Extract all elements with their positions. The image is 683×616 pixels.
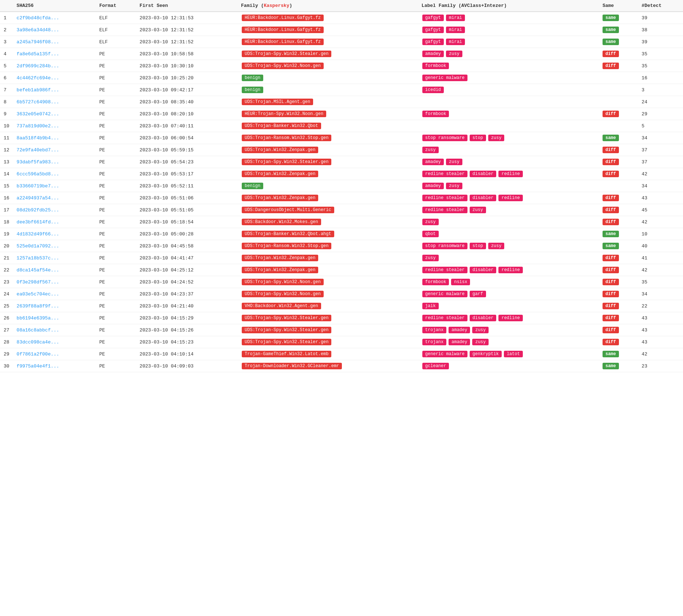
sha256-value[interactable]: befeb1ab986f... (13, 84, 96, 96)
kaspersky-family: UDS:Trojan-Spy.Win32.Stealer.gen (237, 324, 418, 336)
sha256-value[interactable]: dee3bf6614fd... (13, 216, 96, 228)
same-badge: diff (599, 108, 638, 120)
same-badge: diff (599, 300, 638, 312)
sha256-value[interactable]: 2df9699c284b... (13, 60, 96, 72)
table-row: 18dee3bf6614fd...PE2023-03-10 05:18:54UD… (0, 216, 683, 228)
label-family: generic malware (418, 72, 599, 84)
same-badge: diff (599, 48, 638, 60)
table-row: 20525e0d1a7092...PE2023-03-10 04:45:58UD… (0, 240, 683, 252)
label-family: zusy (418, 252, 599, 264)
file-format: PE (96, 324, 136, 336)
label-family: formbook (418, 108, 599, 120)
same-badge: diff (599, 264, 638, 276)
first-seen: 2023-03-10 05:59:15 (136, 144, 237, 156)
sha256-value[interactable]: ea03e5c704ec... (13, 288, 96, 300)
label-tag: disabler (470, 315, 497, 321)
kaspersky-family: UDS:Trojan-Spy.Win32.Stealer.gen (237, 312, 418, 324)
detect-count: 43 (638, 336, 683, 348)
sha256-value[interactable]: 93dabf5fa983... (13, 156, 96, 168)
first-seen: 2023-03-10 05:52:11 (136, 180, 237, 192)
sha256-value[interactable]: 08a16c8abbcf... (13, 324, 96, 336)
detect-count: 39 (638, 36, 683, 48)
diff-indicator: diff (603, 255, 619, 261)
same-badge: diff (599, 336, 638, 348)
kaspersky-family: UDS:Trojan.Win32.Zenpak.gen (237, 144, 418, 156)
kaspersky-tag: HEUR:Backdoor.Linux.Gafgyt.fz (242, 39, 324, 45)
sha256-value[interactable]: 6b5727c64908... (13, 96, 96, 108)
sha256-value[interactable]: b33660719be7... (13, 180, 96, 192)
sha256-value[interactable]: 0f7861a2f00e... (13, 348, 96, 360)
sha256-value[interactable]: d8ca145af54e... (13, 264, 96, 276)
label-tag: generic malware (422, 291, 467, 297)
first-seen: 2023-03-10 08:20:10 (136, 108, 237, 120)
file-format: PE (96, 192, 136, 204)
file-format: PE (96, 120, 136, 132)
row-number: 27 (0, 324, 13, 336)
sha256-value[interactable]: c2f9bd48cfda... (13, 12, 96, 24)
file-format: PE (96, 300, 136, 312)
detect-count: 42 (638, 348, 683, 360)
kaspersky-tag: UDS:Trojan.MSIL.Agent.gen (242, 99, 313, 105)
sha256-value[interactable]: f9975a04e4f1... (13, 360, 96, 372)
same-badge: diff (599, 168, 638, 180)
same-badge: same (599, 240, 638, 252)
sha256-value[interactable]: 83dcc098ca4e... (13, 336, 96, 348)
row-number: 11 (0, 132, 13, 144)
label-tag: redline (498, 171, 522, 177)
sha256-value[interactable]: 737a819d00e2... (13, 120, 96, 132)
detect-count: 43 (638, 192, 683, 204)
sha256-value[interactable]: 1257a18b537c... (13, 252, 96, 264)
table-header: SHA256 Format First Seen Family (Kaspers… (0, 0, 683, 12)
kaspersky-tag: HEUR:Backdoor.Linux.Gafgyt.fz (242, 27, 324, 33)
sha256-value[interactable]: bb6194e6395a... (13, 312, 96, 324)
sha256-value[interactable]: 4d1832d49f66... (13, 228, 96, 240)
row-number: 29 (0, 348, 13, 360)
sha256-value[interactable]: a245a7946f08... (13, 36, 96, 48)
label-tag: gafgyt (422, 27, 444, 33)
sha256-value[interactable]: 08d2b92fdb25... (13, 204, 96, 216)
sha256-value[interactable]: 4c4462fc694e... (13, 72, 96, 84)
sha256-value[interactable]: 3632e05e0742... (13, 108, 96, 120)
sha256-value[interactable]: a22494937a54... (13, 192, 96, 204)
label-family (418, 96, 599, 108)
sha256-value[interactable]: 0f3e298df567... (13, 276, 96, 288)
row-number: 2 (0, 24, 13, 36)
row-number: 6 (0, 72, 13, 84)
file-format: PE (96, 240, 136, 252)
sha256-value[interactable]: 6ccc596a5bd8... (13, 168, 96, 180)
sha256-value[interactable]: 525e0d1a7092... (13, 240, 96, 252)
label-family: redline stealerdisablerredline (418, 312, 599, 324)
same-badge: diff (599, 60, 638, 72)
table-row: 1c2f9bd48cfda...ELF2023-03-10 12:31:53HE… (0, 12, 683, 24)
kaspersky-tag: UDS:Trojan-Spy.Win32.Stealer.gen (242, 339, 331, 345)
label-tag: zusy (470, 207, 486, 213)
same-indicator: same (603, 135, 619, 141)
first-seen: 2023-03-10 04:41:47 (136, 252, 237, 264)
sha256-value[interactable]: 72e9fa40ebd7... (13, 144, 96, 156)
label-family: gcleaner (418, 360, 599, 372)
first-seen: 2023-03-10 04:21:40 (136, 300, 237, 312)
sha256-value[interactable]: 8aa518f4b9b4... (13, 132, 96, 144)
first-seen: 2023-03-10 05:51:05 (136, 204, 237, 216)
same-badge: same (599, 348, 638, 360)
row-number: 9 (0, 108, 13, 120)
row-number: 8 (0, 96, 13, 108)
detect-count: 35 (638, 48, 683, 60)
label-tag: jaik (422, 303, 439, 309)
same-badge: diff (599, 144, 638, 156)
sha256-value[interactable]: fa8e6d5a135f... (13, 48, 96, 60)
diff-indicator: diff (603, 219, 619, 225)
row-number: 19 (0, 228, 13, 240)
same-badge: same (599, 12, 638, 24)
kaspersky-tag: UDS:Trojan-Banker.Win32.Qbot.ahgt (242, 231, 334, 237)
first-seen: 2023-03-10 04:09:03 (136, 360, 237, 372)
label-tag: stop (470, 135, 486, 141)
sha256-value[interactable]: 3a98e6a34d48... (13, 24, 96, 36)
label-tag: latot (504, 351, 523, 357)
kaspersky-tag: Trojan-GameThief.Win32.Latot.emb (242, 351, 331, 357)
label-family: generic malwaregenkryptiklatot (418, 348, 599, 360)
kaspersky-tag: UDS:Trojan-Ransom.Win32.Stop.gen (242, 135, 331, 141)
sha256-value[interactable]: 2639f88a8f9f... (13, 300, 96, 312)
kaspersky-tag: benign (242, 75, 263, 81)
diff-indicator: diff (603, 339, 619, 345)
